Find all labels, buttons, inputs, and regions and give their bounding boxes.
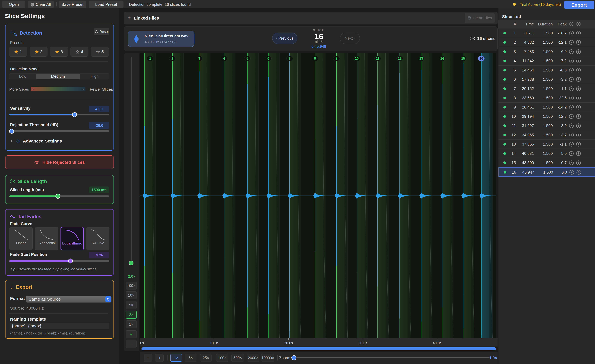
svg-text:13: 13 [419,56,423,60]
svg-text:4: 4 [223,56,225,60]
svg-text:14: 14 [440,56,444,60]
svg-text:1: 1 [149,56,151,60]
svg-text:11: 11 [376,56,379,60]
svg-text:8: 8 [314,56,316,60]
svg-text:20.0s: 20.0s [284,341,293,345]
svg-text:30.0s: 30.0s [358,341,367,345]
svg-text:6: 6 [267,56,269,60]
svg-text:12: 12 [398,56,402,60]
svg-text:5: 5 [246,56,248,60]
svg-text:10.0s: 10.0s [210,341,219,345]
svg-text:15: 15 [461,56,465,60]
svg-text:40.0s: 40.0s [432,341,441,345]
svg-text:2: 2 [171,56,173,60]
svg-text:9: 9 [336,56,337,60]
svg-text:3: 3 [198,56,200,60]
svg-text:7: 7 [289,56,290,60]
svg-text:0s: 0s [140,341,144,345]
svg-text:10: 10 [355,56,359,60]
svg-text:16: 16 [480,56,483,60]
